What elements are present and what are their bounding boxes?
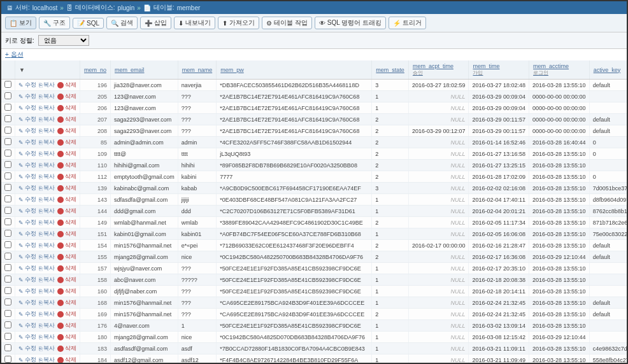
copy-link[interactable]: ⎘복사 <box>39 218 55 227</box>
row-checkbox[interactable] <box>4 287 11 294</box>
delete-link[interactable]: 삭제 <box>57 333 76 341</box>
delete-link[interactable]: 삭제 <box>57 195 76 204</box>
edit-link[interactable]: ✎수정 <box>18 184 36 192</box>
table-name[interactable]: member <box>177 4 201 11</box>
delete-link[interactable]: 삭제 <box>57 241 76 249</box>
delete-link[interactable]: 삭제 <box>57 104 76 112</box>
data-grid[interactable]: ▼ mem_nomem_emailmem_namemem_pwmem_state… <box>1 60 627 363</box>
row-checkbox[interactable] <box>4 161 11 168</box>
copy-link[interactable]: ⎘복사 <box>39 184 55 192</box>
copy-link[interactable]: ⎘복사 <box>39 321 55 330</box>
col-mem_time[interactable]: mem_time가입 <box>469 60 529 80</box>
row-checkbox[interactable] <box>4 333 11 340</box>
col-mem_state[interactable]: mem_state <box>372 60 409 80</box>
sort-icon[interactable]: ▼ <box>19 67 25 73</box>
delete-link[interactable]: 삭제 <box>57 172 76 181</box>
copy-link[interactable]: ⎘복사 <box>39 356 55 363</box>
edit-link[interactable]: ✎수정 <box>18 127 36 135</box>
copy-link[interactable]: ⎘복사 <box>39 207 55 215</box>
row-checkbox[interactable] <box>4 230 11 237</box>
export-tab[interactable]: ⬇내보내기 <box>174 17 215 29</box>
row-checkbox[interactable] <box>4 127 11 134</box>
row-checkbox[interactable] <box>4 276 11 283</box>
edit-link[interactable]: ✎수정 <box>18 310 36 318</box>
delete-link[interactable]: 삭제 <box>57 115 76 123</box>
edit-link[interactable]: ✎수정 <box>18 138 36 146</box>
operations-tab[interactable]: ⚙테이블 작업 <box>262 17 312 29</box>
copy-link[interactable]: ⎘복사 <box>39 150 55 158</box>
copy-link[interactable]: ⎘복사 <box>39 127 55 135</box>
copy-link[interactable]: ⎘복사 <box>39 287 55 295</box>
row-checkbox[interactable] <box>4 104 11 111</box>
browse-tab[interactable]: 📋보기 <box>5 17 36 29</box>
copy-link[interactable]: ⎘복사 <box>39 104 55 112</box>
delete-link[interactable]: 삭제 <box>57 218 76 227</box>
edit-link[interactable]: ✎수정 <box>18 230 36 238</box>
row-checkbox[interactable] <box>4 172 11 179</box>
delete-link[interactable]: 삭제 <box>57 161 76 169</box>
delete-link[interactable]: 삭제 <box>57 150 76 158</box>
copy-link[interactable]: ⎘복사 <box>39 241 55 249</box>
col-mem_acpt_time[interactable]: mem_acpt_time승인 <box>408 60 469 80</box>
col-mem_acctime[interactable]: mem_acctime로그인 <box>529 60 590 80</box>
delete-link[interactable]: 삭제 <box>57 253 76 261</box>
col-mem_email[interactable]: mem_email <box>111 60 178 80</box>
copy-link[interactable]: ⎘복사 <box>39 138 55 146</box>
edit-link[interactable]: ✎수정 <box>18 321 36 330</box>
copy-link[interactable]: ⎘복사 <box>39 81 55 89</box>
col-mem_pw[interactable]: mem_pw <box>217 60 372 80</box>
row-checkbox[interactable] <box>4 264 11 271</box>
edit-link[interactable]: ✎수정 <box>18 264 36 272</box>
row-checkbox[interactable] <box>4 138 11 145</box>
copy-link[interactable]: ⎘복사 <box>39 276 55 284</box>
insert-tab[interactable]: ➕삽입 <box>140 17 171 29</box>
edit-link[interactable]: ✎수정 <box>18 195 36 204</box>
col-mem_name[interactable]: mem_name <box>178 60 217 80</box>
db-name[interactable]: plugin <box>118 4 135 11</box>
edit-link[interactable]: ✎수정 <box>18 276 36 284</box>
copy-link[interactable]: ⎘복사 <box>39 92 55 101</box>
edit-link[interactable]: ✎수정 <box>18 81 36 89</box>
triggers-tab[interactable]: ⚡트리거 <box>389 17 426 29</box>
row-checkbox[interactable] <box>4 115 11 122</box>
copy-link[interactable]: ⎘복사 <box>39 195 55 204</box>
row-checkbox[interactable] <box>4 241 11 248</box>
sort-select[interactable]: 없음 <box>38 35 89 46</box>
delete-link[interactable]: 삭제 <box>57 356 76 363</box>
row-checkbox[interactable] <box>4 150 11 157</box>
edit-link[interactable]: ✎수정 <box>18 241 36 249</box>
col-active_key[interactable]: active_key <box>589 60 627 80</box>
row-checkbox[interactable] <box>4 81 11 88</box>
copy-link[interactable]: ⎘복사 <box>39 333 55 341</box>
row-checkbox[interactable] <box>4 356 11 363</box>
row-checkbox[interactable] <box>4 184 11 191</box>
copy-link[interactable]: ⎘복사 <box>39 264 55 272</box>
copy-link[interactable]: ⎘복사 <box>39 310 55 318</box>
delete-link[interactable]: 삭제 <box>57 287 76 295</box>
structure-tab[interactable]: 🔧구조 <box>39 17 70 29</box>
server-name[interactable]: localhost <box>32 4 57 11</box>
edit-link[interactable]: ✎수정 <box>18 92 36 101</box>
delete-link[interactable]: 삭제 <box>57 276 76 284</box>
edit-link[interactable]: ✎수정 <box>18 344 36 353</box>
row-checkbox[interactable] <box>4 344 11 351</box>
edit-link[interactable]: ✎수정 <box>18 115 36 123</box>
delete-link[interactable]: 삭제 <box>57 321 76 330</box>
delete-link[interactable]: 삭제 <box>57 264 76 272</box>
copy-link[interactable]: ⎘복사 <box>39 253 55 261</box>
edit-link[interactable]: ✎수정 <box>18 161 36 169</box>
delete-link[interactable]: 삭제 <box>57 230 76 238</box>
delete-link[interactable]: 삭제 <box>57 184 76 192</box>
col-mem_no[interactable]: mem_no <box>80 60 111 80</box>
edit-link[interactable]: ✎수정 <box>18 333 36 341</box>
edit-link[interactable]: ✎수정 <box>18 218 36 227</box>
edit-link[interactable]: ✎수정 <box>18 172 36 181</box>
row-checkbox[interactable] <box>4 195 11 202</box>
delete-link[interactable]: 삭제 <box>57 298 76 307</box>
copy-link[interactable]: ⎘복사 <box>39 115 55 123</box>
row-checkbox[interactable] <box>4 310 11 317</box>
row-checkbox[interactable] <box>4 218 11 225</box>
copy-link[interactable]: ⎘복사 <box>39 298 55 307</box>
row-checkbox[interactable] <box>4 321 11 328</box>
copy-link[interactable]: ⎘복사 <box>39 172 55 181</box>
